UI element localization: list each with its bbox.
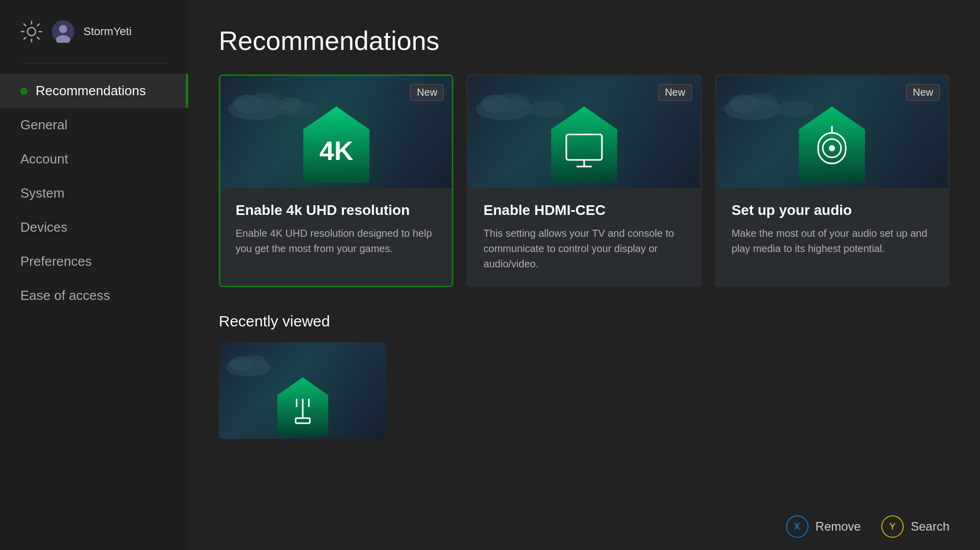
card-4k-title: Enable 4k UHD resolution <box>236 202 437 218</box>
diamond-icon-4k: 4K <box>303 106 369 183</box>
remove-label: Remove <box>816 519 861 534</box>
card-hdmi-image: New <box>468 76 700 188</box>
card-audio-desc: Make the most out of your audio set up a… <box>732 226 933 256</box>
nav-label-account: Account <box>20 151 68 167</box>
sidebar-item-recommendations[interactable]: Recommendations <box>0 74 188 108</box>
recent-diamond-icon <box>277 377 328 436</box>
page-title: Recommendations <box>219 25 949 56</box>
y-button[interactable]: Y <box>881 515 904 538</box>
nav-label-recommendations: Recommendations <box>36 83 146 99</box>
search-label: Search <box>911 519 949 534</box>
sidebar-item-devices[interactable]: Devices <box>0 210 188 244</box>
card-4k-image: 4K New <box>220 76 452 188</box>
avatar <box>52 20 74 43</box>
card-audio[interactable]: New Set up your audio Make the most out … <box>715 74 949 287</box>
sidebar-item-preferences[interactable]: Preferences <box>0 244 188 279</box>
bottom-bar: X Remove Y Search <box>188 503 980 550</box>
recently-viewed-title: Recently viewed <box>219 313 949 330</box>
recently-viewed-row <box>219 342 949 439</box>
card-4k-body: Enable 4k UHD resolution Enable 4K UHD r… <box>220 188 452 270</box>
nav-label-devices: Devices <box>20 219 67 235</box>
nav-label-general: General <box>20 117 68 133</box>
card-hdmi-body: Enable HDMI-CEC This setting allows your… <box>468 188 700 286</box>
username-label: StormYeti <box>83 25 132 38</box>
sidebar-item-system[interactable]: System <box>0 176 188 210</box>
main-content: Recommendations <box>188 0 980 550</box>
remove-action[interactable]: X Remove <box>786 515 861 538</box>
card-audio-badge: New <box>906 84 940 101</box>
sidebar-item-general[interactable]: General <box>0 108 188 142</box>
sidebar-item-ease-of-access[interactable]: Ease of access <box>0 279 188 313</box>
svg-marker-23 <box>799 106 865 183</box>
svg-point-21 <box>742 93 777 112</box>
nav-label-system: System <box>20 185 65 201</box>
diamond-icon-audio <box>799 106 865 183</box>
card-audio-title: Set up your audio <box>732 202 933 218</box>
svg-marker-15 <box>551 106 617 183</box>
diamond-icon-hdmi <box>551 106 617 183</box>
card-hdmi[interactable]: New Enable HDMI-CEC This setting allows … <box>467 74 701 287</box>
nav-label-preferences: Preferences <box>20 254 92 269</box>
x-button[interactable]: X <box>786 515 809 538</box>
card-hdmi-badge: New <box>658 84 692 101</box>
recent-clouds <box>223 346 294 377</box>
card-hdmi-title: Enable HDMI-CEC <box>483 202 684 218</box>
sidebar-divider <box>20 63 168 64</box>
svg-point-8 <box>279 97 302 112</box>
card-4k-desc: Enable 4K UHD resolution designed to hel… <box>236 226 437 256</box>
sidebar-item-account[interactable]: Account <box>0 142 188 176</box>
card-audio-image: New <box>716 76 948 188</box>
svg-point-13 <box>494 93 529 112</box>
sidebar: StormYeti Recommendations General Accoun… <box>0 0 188 550</box>
recent-card-1[interactable] <box>219 342 387 439</box>
svg-point-6 <box>246 93 281 112</box>
recent-card-1-image <box>219 342 387 439</box>
card-audio-body: Set up your audio Make the most out of y… <box>716 188 948 270</box>
nav-label-ease-of-access: Ease of access <box>20 288 110 304</box>
svg-point-2 <box>59 25 67 33</box>
svg-point-0 <box>27 28 36 36</box>
recommendation-cards: 4K New Enable 4k UHD resolution Enable 4… <box>219 74 949 287</box>
card-4k[interactable]: 4K New Enable 4k UHD resolution Enable 4… <box>219 74 453 287</box>
sidebar-header: StormYeti <box>0 20 188 63</box>
gear-icon <box>20 20 43 43</box>
active-indicator <box>20 88 27 95</box>
card-hdmi-desc: This setting allows your TV and console … <box>483 226 684 271</box>
card-4k-badge: New <box>410 84 444 101</box>
svg-point-26 <box>829 145 835 151</box>
recently-viewed-section: Recently viewed <box>219 313 949 439</box>
search-action[interactable]: Y Search <box>881 515 949 538</box>
svg-point-30 <box>239 355 268 370</box>
svg-text:4K: 4K <box>319 136 353 166</box>
